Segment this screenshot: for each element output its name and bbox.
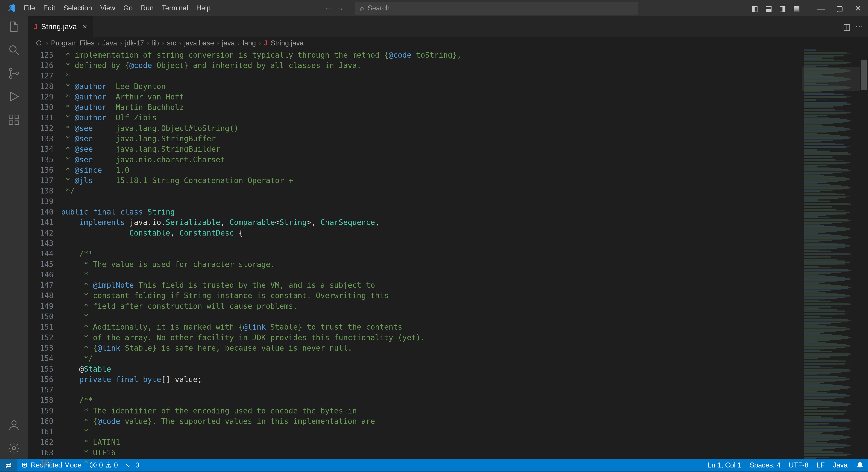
chevron-right-icon: › (46, 39, 48, 46)
editor-tabs: J String.java × ◫ ⋯ (28, 16, 868, 37)
chevron-right-icon: › (259, 39, 261, 46)
notifications-bell-icon[interactable]: 🔔︎ (852, 461, 868, 469)
menu-run[interactable]: Run (137, 4, 158, 12)
svg-point-9 (12, 447, 16, 450)
minimize-window-icon[interactable]: — (814, 4, 827, 13)
title-bar: File Edit Selection View Go Run Terminal… (0, 0, 868, 16)
breadcrumb-file[interactable]: String.java (271, 39, 304, 47)
svg-rect-4 (9, 115, 13, 119)
breadcrumb-seg[interactable]: lang (243, 39, 256, 47)
chevron-right-icon: › (217, 39, 219, 46)
code-editor[interactable]: 1251261271281291301311321331341351361371… (28, 50, 868, 459)
line-number-gutter: 1251261271281291301311321331341351361371… (28, 50, 60, 459)
split-editor-icon[interactable]: ◫ (843, 22, 850, 31)
customize-layout-icon[interactable]: ▦ (790, 4, 803, 13)
toggle-secondary-sidebar-icon[interactable]: ◨ (776, 4, 789, 13)
more-actions-icon[interactable]: ⋯ (855, 22, 863, 31)
menu-bar: File Edit Selection View Go Run Terminal… (20, 4, 215, 12)
activity-bar (0, 16, 28, 459)
svg-rect-6 (9, 121, 13, 125)
chevron-right-icon: › (147, 39, 149, 46)
run-debug-icon[interactable] (7, 90, 21, 103)
tab-close-icon[interactable]: × (83, 22, 87, 31)
breadcrumb-seg[interactable]: src (167, 39, 176, 47)
java-file-icon: J (34, 22, 37, 31)
chevron-right-icon: › (120, 39, 122, 46)
search-icon: ⌕ (360, 4, 364, 12)
scrollbar-thumb[interactable] (861, 60, 867, 90)
breadcrumb-seg[interactable]: C: (36, 39, 43, 47)
minimap[interactable] (802, 50, 860, 459)
chevron-right-icon: › (238, 39, 240, 46)
source-control-icon[interactable] (7, 66, 21, 80)
nav-back-icon[interactable]: ← (324, 3, 333, 13)
breadcrumb-seg[interactable]: Java (102, 39, 117, 47)
svg-point-3 (16, 72, 19, 74)
menu-edit[interactable]: Edit (39, 4, 59, 12)
menu-view[interactable]: View (96, 4, 119, 12)
vscode-logo-icon (7, 3, 16, 13)
menu-selection[interactable]: Selection (59, 4, 96, 12)
code-content[interactable]: * implementation of string conversion is… (60, 50, 802, 459)
tab-string-java[interactable]: J String.java × (28, 16, 93, 37)
toggle-primary-sidebar-icon[interactable]: ◧ (748, 4, 761, 13)
svg-point-2 (9, 76, 12, 78)
chevron-right-icon: › (97, 39, 99, 46)
extensions-icon[interactable] (7, 113, 21, 127)
explorer-icon[interactable] (7, 20, 21, 34)
search-activity-icon[interactable] (7, 43, 21, 57)
status-eol[interactable]: LF (813, 461, 829, 469)
chevron-right-icon: › (179, 39, 181, 46)
breadcrumb-seg[interactable]: jdk-17 (125, 39, 144, 47)
tab-label: String.java (41, 22, 77, 31)
menu-terminal[interactable]: Terminal (158, 4, 192, 12)
svg-rect-5 (15, 115, 19, 119)
nav-arrows: ← → (324, 3, 344, 13)
maximize-window-icon[interactable]: ▢ (833, 4, 846, 13)
command-center-search[interactable]: ⌕ Search (355, 2, 638, 15)
close-window-icon[interactable]: ✕ (852, 4, 865, 13)
breadcrumb-seg[interactable]: java (222, 39, 235, 47)
breadcrumb-seg[interactable]: java.base (184, 39, 214, 47)
svg-point-8 (12, 421, 16, 425)
chevron-right-icon: › (162, 39, 164, 46)
svg-rect-7 (15, 121, 19, 125)
breadcrumb-seg[interactable]: lib (152, 39, 159, 47)
breadcrumb[interactable]: C:› Program Files› Java› jdk-17› lib› sr… (28, 37, 868, 50)
svg-point-0 (10, 46, 16, 52)
toggle-panel-icon[interactable]: ⬓ (762, 4, 775, 13)
menu-file[interactable]: File (20, 4, 39, 12)
search-placeholder: Search (368, 4, 390, 12)
java-file-icon: J (264, 39, 268, 47)
remote-indicator-icon[interactable]: ⇄ (0, 459, 18, 472)
status-language[interactable]: Java (829, 461, 852, 469)
nav-forward-icon[interactable]: → (336, 3, 344, 13)
breadcrumb-seg[interactable]: Program Files (51, 39, 94, 47)
vertical-scrollbar[interactable] (860, 50, 868, 459)
settings-gear-icon[interactable] (7, 441, 21, 455)
accounts-icon[interactable] (7, 418, 21, 432)
shield-icon: ⛨ (22, 461, 29, 469)
menu-help[interactable]: Help (192, 4, 215, 12)
svg-point-1 (9, 68, 12, 71)
menu-go[interactable]: Go (119, 4, 137, 12)
